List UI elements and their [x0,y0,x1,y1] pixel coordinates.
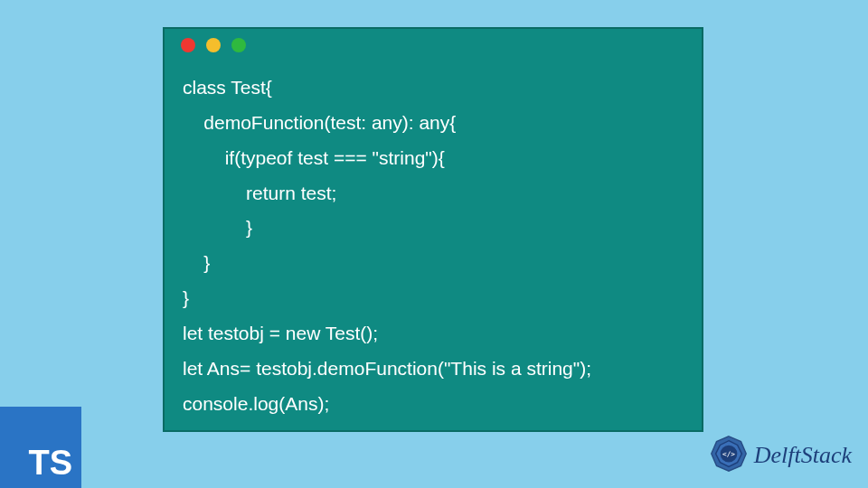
delftstack-icon: </> [707,434,750,477]
brand-name: DelftStack [754,442,852,469]
maximize-icon[interactable] [231,38,246,52]
code-block: class Test{ demoFunction(test: any): any… [165,61,702,439]
window-title-bar [165,29,702,61]
code-window: class Test{ demoFunction(test: any): any… [163,27,703,432]
typescript-badge: TS [0,407,81,488]
brand-logo-area: </> DelftStack [707,434,852,477]
typescript-badge-label: TS [28,444,72,483]
minimize-icon[interactable] [206,38,221,52]
close-icon[interactable] [181,38,195,52]
svg-text:</>: </> [722,450,735,458]
